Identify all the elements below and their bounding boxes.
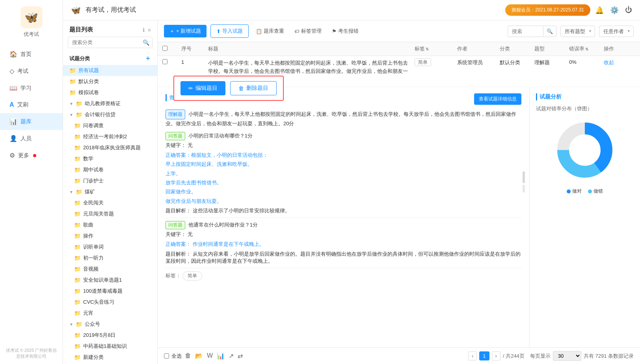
search-icon[interactable]: 🔍 bbox=[543, 26, 556, 37]
tag-management-button[interactable]: 🏷 标签管理 bbox=[291, 25, 325, 37]
category-item-survey[interactable]: 📁 问卷调查 bbox=[63, 120, 157, 131]
vip-badge[interactable]: 旗舰会员：2021.08.27-2025.07.31 bbox=[505, 4, 590, 16]
edit-question-button[interactable]: ✏ 编辑题目 bbox=[180, 81, 225, 95]
folder-icon: 📁 bbox=[74, 332, 81, 338]
folder-icon: 📁 bbox=[74, 178, 81, 184]
category-item-newyear[interactable]: 📁 元旦闯关答题 bbox=[63, 208, 157, 219]
divider2 bbox=[166, 268, 521, 268]
next-page-button[interactable]: › bbox=[492, 351, 500, 360]
category-item-challenge[interactable]: 📁 全民闯关 bbox=[63, 197, 157, 208]
category-item-doctor[interactable]: 📁 2018年临床执业医师真题 bbox=[63, 142, 157, 153]
th-tag[interactable]: 标签 ⇅ bbox=[415, 45, 454, 52]
category-search-icon[interactable]: 🔍 bbox=[143, 39, 149, 46]
row-author: 系统管理员 bbox=[457, 59, 497, 66]
folder-icon: 📁 bbox=[74, 299, 81, 305]
delete-batch-icon[interactable]: 🗑 bbox=[185, 352, 191, 360]
import-question-button[interactable]: ⬆ 导入试题 bbox=[210, 24, 249, 38]
info-icon[interactable]: ℹ bbox=[143, 27, 145, 33]
report-button[interactable]: ⚑ 考生报错 bbox=[329, 25, 362, 37]
view-detail-button[interactable]: 查看试题详细信息 bbox=[474, 93, 521, 105]
import-icon: ⬆ bbox=[216, 28, 221, 34]
export-word-icon[interactable]: W bbox=[207, 352, 213, 360]
sidebar-item-exam[interactable]: ◇ 考试 bbox=[0, 63, 63, 80]
folder-icon: 📁 bbox=[74, 244, 81, 250]
move-icon[interactable]: 📂 bbox=[195, 352, 203, 360]
question-detail: 查看试题详细信息 查看试题详细信息 理解题 小明是一名小学生，每天早上他都按照固… bbox=[158, 87, 530, 347]
category-item-preschool[interactable]: ▼ 📁 幼儿教师资格证 bbox=[63, 98, 157, 109]
row-checkbox-input[interactable] bbox=[162, 59, 167, 64]
category-search-input[interactable] bbox=[68, 37, 153, 48]
type-filter-select[interactable]: 所有题型 bbox=[560, 26, 595, 37]
sidebar-item-home[interactable]: 🏠 首页 bbox=[0, 46, 63, 63]
detail-area: 查看试题详细信息 查看试题详细信息 理解题 小明是一名小学生，每天早上他都按照固… bbox=[158, 87, 640, 347]
category-tree: 📁 所有试题 📁 默认分类 📁 模拟试卷 ▼ 📁 幼儿教师资格证 ▼ bbox=[63, 65, 157, 364]
dedup-button[interactable]: 📋 题库查重 bbox=[253, 25, 287, 37]
power-icon[interactable]: ⏻ bbox=[625, 6, 632, 14]
category-item-economics[interactable]: 📁 经济法一考前冲刺2 bbox=[63, 131, 157, 142]
category-item-default[interactable]: 📁 默认分类 bbox=[63, 76, 157, 87]
add-category-icon[interactable]: ＋ bbox=[145, 54, 151, 63]
home-icon: 🏠 bbox=[9, 50, 17, 58]
th-category: 分类 bbox=[500, 45, 531, 52]
search-input[interactable] bbox=[508, 26, 543, 37]
row-error-rate: 0% bbox=[569, 59, 601, 65]
app-name: 优考试 bbox=[24, 31, 39, 38]
category-item-cvc[interactable]: 📁 CVC头音练习 bbox=[63, 297, 157, 308]
category-item-2019[interactable]: 📁 2019年5月8日 bbox=[63, 330, 157, 341]
category-item-coal[interactable]: ▼ 📁 煤矿 bbox=[63, 186, 157, 197]
settings-icon[interactable]: ⚙️ bbox=[610, 6, 619, 15]
select-all-checkbox[interactable] bbox=[162, 46, 167, 51]
category-item-accounting[interactable]: ▼ 📁 会计银行信贷 bbox=[63, 109, 157, 120]
category-item-clinic[interactable]: 📁 门诊护士 bbox=[63, 175, 157, 186]
bank-icon: 📊 bbox=[9, 118, 17, 125]
sidebar-item-learn[interactable]: 📖 学习 bbox=[0, 80, 63, 97]
panel-header: 题目列表 ℹ ≡ bbox=[63, 20, 157, 37]
menu-icon[interactable]: ≡ bbox=[148, 27, 151, 33]
folder-icon: 📁 bbox=[74, 134, 81, 140]
sidebar-item-ai[interactable]: A 艾刷 bbox=[0, 97, 63, 113]
prev-page-button[interactable]: ‹ bbox=[468, 351, 477, 360]
scroll-dot-1[interactable] bbox=[523, 171, 525, 183]
per-page-select[interactable]: 30 10 20 50 100 bbox=[553, 351, 581, 361]
category-item-math[interactable]: 📁 数学 bbox=[63, 153, 157, 164]
check-all-checkbox[interactable] bbox=[164, 353, 169, 358]
category-item-listening[interactable]: 📁 初一听力 bbox=[63, 253, 157, 264]
th-error-rate[interactable]: 错误率 ⇅ bbox=[569, 45, 601, 52]
pie-svg bbox=[553, 119, 616, 182]
category-item-operation[interactable]: 📁 操作 bbox=[63, 230, 157, 241]
category-item-all[interactable]: 📁 所有试题 bbox=[63, 65, 157, 76]
row-action[interactable]: 收起 bbox=[604, 59, 635, 66]
analysis-panel: 试题分析 试题对错率分布（饼图） bbox=[530, 87, 640, 347]
folder-icon: 📁 bbox=[74, 343, 81, 349]
scroll-dot-2[interactable] bbox=[523, 185, 525, 193]
sidebar-item-more[interactable]: ⚙ 更多 bbox=[0, 147, 63, 164]
category-item-festival[interactable]: 📁 元宵 bbox=[63, 308, 157, 319]
sidebar-item-people[interactable]: 👤 人员 bbox=[0, 130, 63, 147]
category-item-wechat[interactable]: ▼ 📁 公众号 bbox=[63, 319, 157, 330]
category-item-video[interactable]: 📁 音视频 bbox=[63, 264, 157, 275]
th-checkbox[interactable] bbox=[162, 46, 178, 52]
category-item-song[interactable]: 📁 歌曲 bbox=[63, 219, 157, 230]
row-checkbox[interactable] bbox=[162, 59, 178, 65]
category-item-safety[interactable]: 📁 安全知识单选题1 bbox=[63, 275, 157, 286]
logo-icon: 🦋 bbox=[20, 6, 43, 28]
category-item-herb[interactable]: 📁 中药基础1基础知识 bbox=[63, 341, 157, 352]
export-excel-icon[interactable]: 📊 bbox=[217, 352, 225, 360]
category-item-words[interactable]: 📁 识听单词 bbox=[63, 241, 157, 253]
category-item-drug[interactable]: 📁 100道禁毒戒毒题 bbox=[63, 286, 157, 297]
sidebar-item-bank[interactable]: 📊 题库 bbox=[0, 113, 63, 130]
category-item-mock[interactable]: 📁 模拟试卷 bbox=[63, 87, 157, 98]
q1-block: 问答题 小明的日常活动有哪些？1分 关键字： 无 正确答案：根据短文，小明的日常… bbox=[166, 132, 521, 214]
move2-icon[interactable]: ⇄ bbox=[238, 352, 243, 360]
tag-icon: 🏷 bbox=[294, 28, 300, 34]
category-item-new[interactable]: 📁 新建分类 bbox=[63, 352, 157, 363]
topbar-logo-icon: 🦋 bbox=[71, 6, 81, 15]
notification-icon[interactable]: 🔔 bbox=[595, 6, 604, 15]
share-icon[interactable]: ↗ bbox=[229, 352, 234, 360]
category-item-midterm[interactable]: 📁 期中试卷 bbox=[63, 164, 157, 175]
author-filter-select[interactable]: 任意作者 bbox=[599, 26, 634, 37]
q2-type-tag: 问答题 bbox=[166, 221, 185, 229]
current-page-button[interactable]: 1 bbox=[479, 351, 489, 360]
delete-question-button[interactable]: 🗑 删除题目 bbox=[230, 81, 277, 95]
add-question-button[interactable]: ＋ + 新增试题 bbox=[164, 25, 207, 37]
